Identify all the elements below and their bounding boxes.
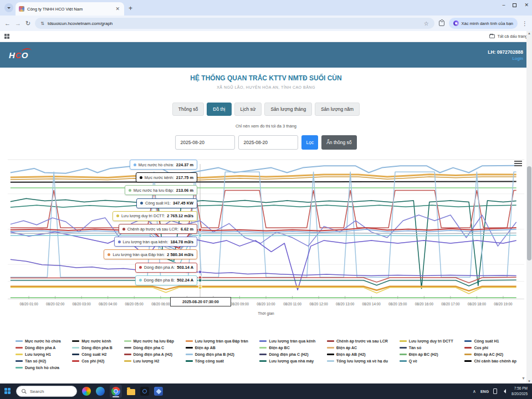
legend-item[interactable]: Dòng điện pha A (H2) xyxy=(124,352,174,356)
filter-button[interactable]: Lọc xyxy=(301,135,318,150)
legend-item[interactable]: Công suất H2 xyxy=(72,352,112,356)
tooltip-label: Mực nước kênh: xyxy=(145,175,174,180)
tooltip-value: 347.45 KW xyxy=(173,201,193,206)
tab-đồ-thị[interactable]: Đồ thị xyxy=(207,103,231,116)
identity-verify-button[interactable]: Xác minh danh tính của bạn xyxy=(449,18,518,29)
tab-sản-lượng-năm[interactable]: Sản lượng năm xyxy=(315,103,360,116)
legend-item[interactable]: Tổng lưu lượng xả về hạ du xyxy=(327,359,388,363)
legend-item[interactable]: Lưu lượng tràn qua kênh xyxy=(259,339,315,343)
legend-label: Tổng công suất xyxy=(195,359,224,363)
refresh-icon[interactable]: ↻ xyxy=(25,20,30,27)
window-minimize-button[interactable]: – xyxy=(502,2,505,8)
tab-lịch-sử[interactable]: Lịch sử xyxy=(234,103,262,116)
legend-item[interactable]: Mực nước kênh xyxy=(72,339,112,343)
legend-item[interactable]: Q về xyxy=(400,359,453,363)
login-link[interactable]: Login xyxy=(488,56,523,61)
site-info-icon[interactable]: ⇅ xyxy=(40,21,44,26)
legend-item[interactable]: Dòng điện pha B xyxy=(72,346,112,350)
legend-label: Công suất H2 xyxy=(81,352,106,356)
legend-label: Điện áp AB xyxy=(195,346,216,350)
legend-item[interactable]: Lưu lượng H1 xyxy=(16,352,61,356)
legend-item[interactable]: Mực nước hạ lưu Đập xyxy=(124,339,174,343)
legend-item[interactable]: Điện áp AC (H2) xyxy=(464,352,516,356)
legend-item[interactable]: Điện áp AB (H2) xyxy=(327,352,388,356)
window-maximize-button[interactable] xyxy=(513,3,516,7)
url-bar[interactable]: ⇅ tdsuoicun.hcovietnam.com/graph ☆ xyxy=(35,18,434,29)
legend-item[interactable]: Điện áp BC xyxy=(259,346,315,350)
legend-item[interactable]: Cos phi xyxy=(464,346,516,350)
scrollbar-up-icon[interactable]: ▲ xyxy=(526,32,532,35)
legend-item[interactable]: Dung tích hồ chứa xyxy=(16,366,61,370)
file-explorer-icon[interactable] xyxy=(127,389,135,395)
window-close-button[interactable]: ✕ xyxy=(524,2,529,8)
legend-item[interactable]: Công suất H1 xyxy=(464,339,516,343)
extensions-icon[interactable] xyxy=(439,21,444,26)
tab-sản-lượng-tháng[interactable]: Sản lượng tháng xyxy=(264,103,312,116)
legend-item[interactable]: Tần số (H2) xyxy=(16,359,61,363)
browser-menu-icon[interactable]: ⋮ xyxy=(522,21,528,27)
legend-item[interactable]: Chỉ cảnh báo chênh áp xyxy=(464,359,516,363)
legend-swatch xyxy=(464,360,472,362)
legend-item[interactable]: Lưu lượng tràn qua Đập tràn xyxy=(186,339,248,343)
legend-item[interactable]: Lưu lượng H2 xyxy=(124,359,174,363)
chrome-icon-active[interactable] xyxy=(110,385,122,398)
tab-close-icon[interactable]: ✕ xyxy=(114,6,121,12)
bookmark-star-icon[interactable]: ☆ xyxy=(424,21,429,27)
tray-expand-icon[interactable]: ∧ xyxy=(473,389,476,394)
edge-icon[interactable] xyxy=(96,387,105,396)
legend-swatch xyxy=(400,347,407,349)
tab-thông-số[interactable]: Thông số xyxy=(172,103,204,116)
series-line xyxy=(11,287,516,291)
legend-label: Lưu lượng H1 xyxy=(25,352,51,356)
legend-swatch xyxy=(327,360,334,362)
legend-item[interactable]: Mực nước hồ chứa xyxy=(16,339,61,343)
apps-grid-icon[interactable] xyxy=(4,34,9,39)
back-icon[interactable]: ← xyxy=(4,20,11,27)
scrollbar-down-icon[interactable]: ▼ xyxy=(526,380,532,383)
copilot-icon[interactable] xyxy=(82,387,91,396)
taskbar-clock[interactable]: 7:56 PM 8/20/2025 xyxy=(511,386,528,397)
hide-params-button[interactable]: Ẩn thông số xyxy=(321,135,356,150)
scrollbar-thumb[interactable] xyxy=(527,166,531,260)
legend-item[interactable]: Điện áp AB xyxy=(186,346,248,350)
line-chart-plot[interactable] xyxy=(8,158,524,300)
legend-column: Mực nước hồ chứaDòng điện pha ALưu lượng… xyxy=(16,339,61,370)
chart-container[interactable]: Mực nước hồ chứa:224.37 mMực nước kênh:2… xyxy=(8,158,524,320)
legend-item[interactable]: Cos phi (H2) xyxy=(72,359,112,363)
legend-swatch xyxy=(72,354,79,355)
legend-item[interactable]: Điện áp AC xyxy=(327,346,388,350)
all-bookmarks-button[interactable]: Tất cả dấu trang xyxy=(489,34,528,39)
legend-item[interactable]: Dòng điện pha A xyxy=(16,346,61,350)
legend-item[interactable]: Chênh áp trước và sau LCR xyxy=(327,339,388,343)
page-scrollbar[interactable]: ▲ ▼ xyxy=(526,31,532,383)
legend-item[interactable]: Lưu lượng qua nhà máy xyxy=(259,359,315,363)
date-from-input[interactable] xyxy=(175,135,235,150)
tooltip-value: 2 765.12 m3/s xyxy=(167,213,193,218)
date-to-input[interactable] xyxy=(238,135,298,150)
legend-item[interactable]: Điện áp BC (H2) xyxy=(400,352,453,356)
taskbar-search-box[interactable]: Search xyxy=(16,386,77,397)
legend-item[interactable]: Dòng điện pha C xyxy=(124,346,174,350)
legend-item[interactable]: Tổng công suất xyxy=(186,359,248,363)
browser-tab[interactable]: Công ty TNHH HCO Việt Nam ✕ xyxy=(16,2,124,16)
photos-app-icon[interactable] xyxy=(154,387,163,396)
legend-item[interactable]: Lưu lượng duy trì DCTT xyxy=(400,339,453,343)
speaker-icon[interactable] xyxy=(502,389,507,394)
tab-search-button[interactable] xyxy=(4,3,13,12)
legend-column: Chênh áp trước và sau LCRĐiện áp ACĐiện … xyxy=(327,339,388,370)
start-button[interactable] xyxy=(4,388,11,395)
legend-item[interactable]: Dòng điện pha B (H2) xyxy=(186,352,248,356)
forward-icon[interactable]: → xyxy=(15,20,21,27)
legend-item[interactable]: Tần số xyxy=(400,346,453,350)
tooltip-series-dot xyxy=(139,266,142,269)
legend-item[interactable]: Dòng điện pha C (H2) xyxy=(259,352,315,356)
tooltip-value: 224.37 m xyxy=(176,162,193,167)
camera-app-icon[interactable] xyxy=(140,387,149,396)
chart-menu-icon[interactable] xyxy=(514,160,522,167)
x-axis-tooltip: 2025-08-20 07:30:00 xyxy=(170,297,231,306)
new-tab-button[interactable]: + xyxy=(129,4,132,12)
language-indicator[interactable]: ENG xyxy=(480,390,489,393)
tooltip-series-dot xyxy=(139,279,142,282)
tooltip-item: Mực nước kênh:217.75 m xyxy=(136,172,197,182)
phone-link-icon[interactable] xyxy=(493,388,497,394)
